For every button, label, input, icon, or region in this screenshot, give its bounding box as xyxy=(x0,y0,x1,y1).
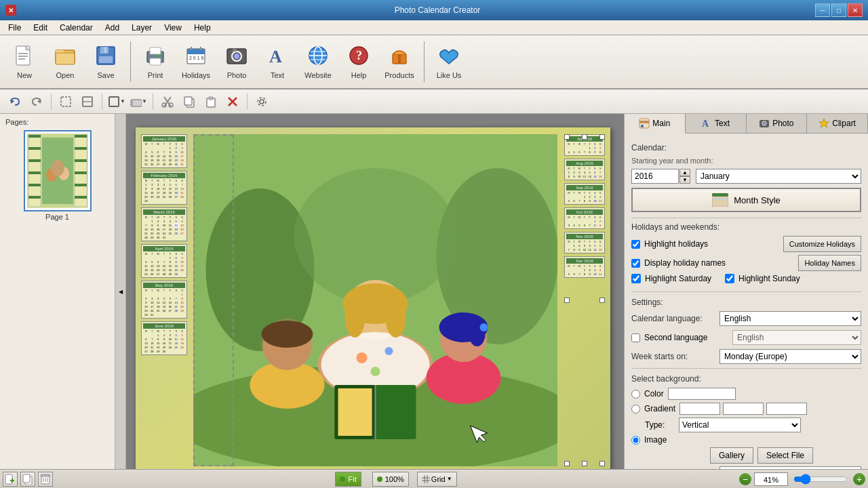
svg-rect-3 xyxy=(18,56,28,57)
undo-button[interactable] xyxy=(5,93,24,110)
highlight-sunday-checkbox[interactable] xyxy=(725,274,734,283)
photo-icon xyxy=(226,45,248,70)
svg-rect-100 xyxy=(338,388,372,436)
gradient-color-2[interactable] xyxy=(723,403,764,415)
type-select[interactable]: Vertical Horizontal Diagonal xyxy=(679,418,801,432)
fit-button[interactable]: Fit xyxy=(335,472,361,487)
svg-rect-68 xyxy=(75,184,87,186)
display-holiday-names-row: Display holiday names Holiday Names xyxy=(631,255,861,271)
border-dropdown[interactable]: ▼ xyxy=(107,93,126,110)
zoom-percent-display: 41% xyxy=(754,472,788,486)
year-down-button[interactable]: ▼ xyxy=(679,176,690,184)
help-button[interactable]: ? Help xyxy=(340,38,378,85)
canvas-area[interactable]: ◀ January 2016 MTWTFSS 123 45678910 1112… xyxy=(115,114,624,469)
save-button[interactable]: Save xyxy=(87,38,125,85)
svg-rect-63 xyxy=(28,196,41,199)
year-up-button[interactable]: ▲ xyxy=(679,169,690,176)
photo-button[interactable]: Photo xyxy=(218,38,256,85)
highlight-holidays-checkbox[interactable] xyxy=(631,240,640,249)
calendar-language-select[interactable]: English French German Spanish xyxy=(719,311,861,326)
tab-photo[interactable]: Photo xyxy=(747,114,808,133)
cut-button[interactable] xyxy=(158,93,177,110)
photo-area[interactable] xyxy=(193,134,557,466)
page-thumb[interactable] xyxy=(24,130,92,211)
svg-rect-48 xyxy=(184,97,192,105)
open-button[interactable]: Open xyxy=(46,38,84,85)
zoom-slider[interactable] xyxy=(793,474,848,485)
display-holiday-names-label: Display holiday names xyxy=(644,258,726,268)
menu-edit[interactable]: Edit xyxy=(28,22,53,34)
second-language-select[interactable]: English French German xyxy=(732,330,861,345)
redo-button[interactable] xyxy=(27,93,46,110)
gradient-color-3[interactable] xyxy=(766,403,807,415)
menu-view[interactable]: View xyxy=(159,22,187,34)
duplicate-page-button[interactable] xyxy=(20,472,35,487)
alignment-select[interactable]: Fill Fit Center Tile Stretch xyxy=(719,466,861,469)
month-style-button[interactable]: Month Style xyxy=(631,188,861,212)
select-file-button[interactable]: Select File xyxy=(757,447,813,464)
delete-button[interactable] xyxy=(223,93,242,110)
customize-holidays-button[interactable]: Customize Holidays xyxy=(783,236,861,252)
background-section: Select background: Color Gradient xyxy=(631,374,861,469)
paste-button[interactable] xyxy=(201,93,220,110)
main-area: Pages: xyxy=(0,114,868,469)
menu-calendar[interactable]: Calendar xyxy=(54,22,98,34)
year-field[interactable] xyxy=(631,169,679,184)
maximize-button[interactable]: □ xyxy=(831,3,846,17)
tab-clipart[interactable]: Clipart xyxy=(807,114,868,133)
color-preview[interactable] xyxy=(668,388,736,400)
tab-main[interactable]: Main xyxy=(625,114,686,134)
tab-text[interactable]: A Text xyxy=(686,114,747,133)
menu-help[interactable]: Help xyxy=(189,22,216,34)
toolbar2-sep-1 xyxy=(51,94,52,110)
zoom-100-button[interactable]: 100% xyxy=(372,472,409,487)
zoom-plus-button[interactable]: + xyxy=(853,473,865,485)
fill-dropdown[interactable]: ▼ xyxy=(129,93,148,110)
week-starts-select[interactable]: Monday (Europe) Sunday (US) Saturday xyxy=(719,349,861,364)
highlight-days-row: Highlight Saturday Highlight Sunday xyxy=(631,274,861,286)
highlight-saturday-checkbox[interactable] xyxy=(631,274,641,283)
gradient-colors xyxy=(679,403,861,415)
copy-button[interactable] xyxy=(180,93,199,110)
minimize-button[interactable]: ─ xyxy=(815,3,830,17)
holidays-button[interactable]: 2 0 1 6 Holidays xyxy=(177,38,215,85)
menu-file[interactable]: File xyxy=(3,22,26,34)
gradient-color-1[interactable] xyxy=(679,403,720,415)
settings-button[interactable] xyxy=(252,93,271,110)
likeus-button[interactable]: Like Us xyxy=(430,38,468,85)
text-button[interactable]: A Text xyxy=(258,38,296,85)
svg-point-83 xyxy=(385,347,393,355)
new-button[interactable]: New xyxy=(5,38,43,85)
color-radio[interactable] xyxy=(631,390,640,399)
svg-rect-14 xyxy=(150,58,161,65)
svg-marker-109 xyxy=(819,119,829,127)
grid-dropdown-arrow: ▼ xyxy=(447,476,452,482)
select-button[interactable] xyxy=(56,93,75,110)
gradient-radio[interactable] xyxy=(631,405,640,413)
add-page-button[interactable] xyxy=(3,472,18,487)
menu-layer[interactable]: Layer xyxy=(126,22,157,34)
holiday-names-button[interactable]: Holiday Names xyxy=(798,255,861,271)
products-button[interactable]: Products xyxy=(380,38,418,85)
delete-page-button[interactable] xyxy=(38,472,53,487)
zoom-minus-button[interactable]: − xyxy=(739,473,751,485)
display-holiday-names-checkbox[interactable] xyxy=(631,259,640,268)
canvas-scroll-left[interactable]: ◀ xyxy=(115,114,126,469)
page-thumb-inner xyxy=(27,134,88,208)
print-button[interactable]: Print xyxy=(136,38,174,85)
svg-rect-115 xyxy=(726,198,727,200)
grid-button[interactable]: Grid ▼ xyxy=(417,472,457,487)
svg-rect-103 xyxy=(639,121,649,123)
close-button[interactable]: ✕ xyxy=(848,3,863,17)
svg-marker-35 xyxy=(11,99,14,104)
svg-rect-50 xyxy=(209,97,213,100)
website-button[interactable]: Website xyxy=(299,38,337,85)
menu-add[interactable]: Add xyxy=(100,22,125,34)
gallery-button[interactable]: Gallery xyxy=(710,447,753,464)
resize-button[interactable] xyxy=(78,93,97,110)
image-radio[interactable] xyxy=(631,436,640,445)
second-language-checkbox[interactable] xyxy=(631,333,640,342)
month-select[interactable]: January February March April May June Ju… xyxy=(696,169,861,184)
page-1-container[interactable]: Page 1 xyxy=(3,130,112,221)
pages-title: Pages: xyxy=(3,117,112,127)
